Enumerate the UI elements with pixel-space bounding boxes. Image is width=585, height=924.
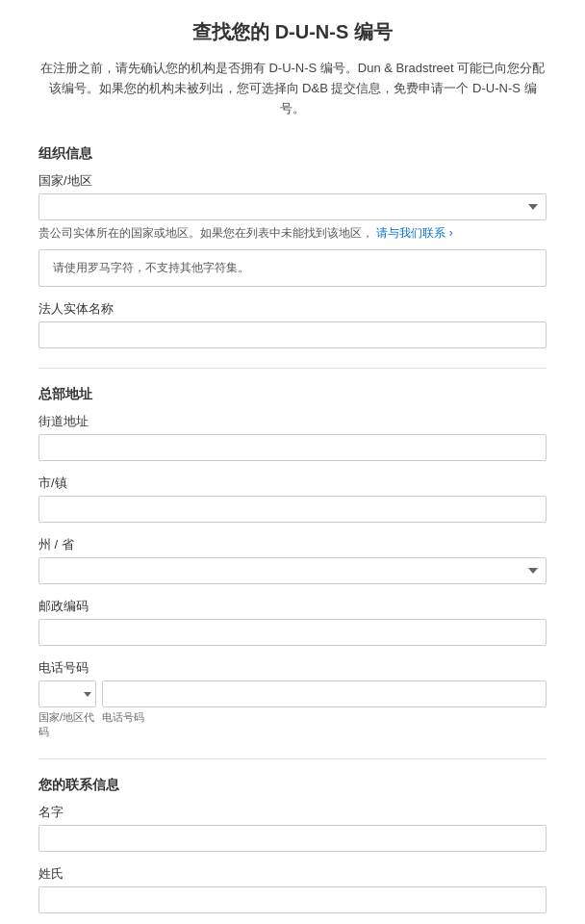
city-field-group: 市/镇 <box>38 475 547 523</box>
phone-country-select[interactable] <box>38 680 96 707</box>
contact-section: 您的联系信息 名字 姓氏 工作电话号码 国家/地区代码 电话号码 <box>38 777 547 924</box>
street-label: 街道地址 <box>38 413 547 430</box>
phone-labels: 国家/地区代码 电话号码 <box>38 710 547 739</box>
country-select[interactable] <box>38 193 547 220</box>
street-field-group: 街道地址 <box>38 413 547 461</box>
first-name-label: 名字 <box>38 804 547 821</box>
zip-label: 邮政编码 <box>38 598 547 615</box>
phone-row <box>38 680 547 707</box>
divider-1 <box>38 368 547 369</box>
last-name-field-group: 姓氏 <box>38 865 547 913</box>
contact-link[interactable]: 请与我们联系 › <box>376 226 452 240</box>
phone-country-label: 国家/地区代码 <box>38 710 96 739</box>
org-section: 组织信息 国家/地区 贵公司实体所在的国家或地区。如果您在列表中未能找到该地区，… <box>38 145 547 348</box>
page-description: 在注册之前，请先确认您的机构是否拥有 D-U-N-S 编号。Dun & Brad… <box>38 59 547 118</box>
last-name-input[interactable] <box>38 886 547 913</box>
city-input[interactable] <box>38 496 547 523</box>
state-select[interactable] <box>38 557 547 584</box>
street-input[interactable] <box>38 434 547 461</box>
page-title: 查找您的 D-U-N-S 编号 <box>38 19 547 45</box>
state-field-group: 州 / 省 <box>38 536 547 584</box>
country-hint: 贵公司实体所在的国家或地区。如果您在列表中未能找到该地区， 请与我们联系 › <box>38 224 547 242</box>
phone-number-input[interactable] <box>102 680 547 707</box>
org-section-title: 组织信息 <box>38 145 547 163</box>
address-section-title: 总部地址 <box>38 386 547 403</box>
entity-name-input[interactable] <box>38 321 547 348</box>
first-name-field-group: 名字 <box>38 804 547 852</box>
entity-name-field-group: 法人实体名称 <box>38 300 547 348</box>
phone-field-group: 电话号码 国家/地区代码 电话号码 <box>38 659 547 739</box>
zip-input[interactable] <box>38 619 547 646</box>
state-label: 州 / 省 <box>38 536 547 553</box>
last-name-label: 姓氏 <box>38 865 547 883</box>
address-section: 总部地址 街道地址 市/镇 州 / 省 邮政编码 电话号码 <box>38 386 547 739</box>
first-name-input[interactable] <box>38 825 547 852</box>
divider-2 <box>38 758 547 759</box>
country-field-group: 国家/地区 贵公司实体所在的国家或地区。如果您在列表中未能找到该地区， 请与我们… <box>38 172 547 287</box>
phone-label: 电话号码 <box>38 659 547 677</box>
contact-section-title: 您的联系信息 <box>38 777 547 794</box>
city-label: 市/镇 <box>38 475 547 492</box>
notice-box: 请使用罗马字符，不支持其他字符集。 <box>38 249 547 287</box>
phone-number-label: 电话号码 <box>102 710 547 739</box>
entity-name-label: 法人实体名称 <box>38 300 547 318</box>
country-label: 国家/地区 <box>38 172 547 190</box>
zip-field-group: 邮政编码 <box>38 598 547 646</box>
